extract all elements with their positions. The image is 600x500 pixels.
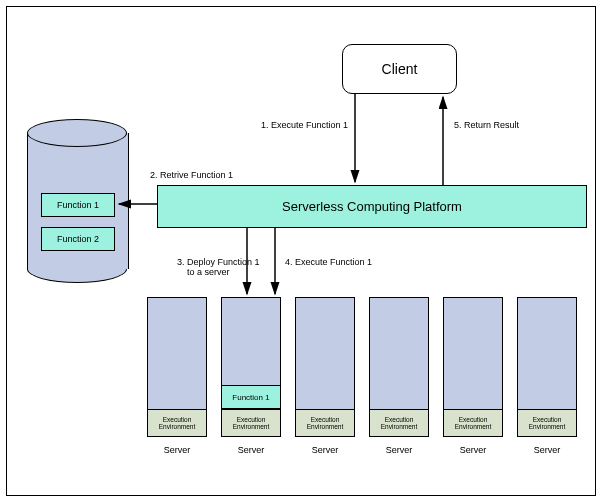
server-label: Server: [517, 445, 577, 455]
server-label: Server: [221, 445, 281, 455]
db-function-2: Function 2: [41, 227, 115, 251]
arrow-label-1: 1. Execute Function 1: [261, 120, 348, 130]
arrow-label-5: 5. Return Result: [454, 120, 519, 130]
servers-row: Execution EnvironmentServerExecution Env…: [147, 297, 597, 477]
server-box: Execution Environment: [369, 297, 429, 437]
db-function-2-label: Function 2: [57, 234, 99, 244]
cylinder-top: [27, 119, 127, 147]
platform-label: Serverless Computing Platform: [282, 199, 462, 214]
db-function-1: Function 1: [41, 193, 115, 217]
client-label: Client: [382, 61, 418, 77]
client-box: Client: [342, 44, 457, 94]
execution-environment: Execution Environment: [295, 409, 355, 437]
server-label: Server: [147, 445, 207, 455]
server-box: Execution Environment: [147, 297, 207, 437]
execution-environment: Execution Environment: [517, 409, 577, 437]
arrow-label-3: 3. Deploy Function 1 to a server: [177, 257, 260, 277]
server-box: Execution Environment: [517, 297, 577, 437]
server-box: Execution Environment: [443, 297, 503, 437]
execution-environment: Execution Environment: [443, 409, 503, 437]
server-label: Server: [295, 445, 355, 455]
server-label: Server: [369, 445, 429, 455]
platform-box: Serverless Computing Platform: [157, 185, 587, 228]
execution-environment: Execution Environment: [147, 409, 207, 437]
execution-environment: Execution Environment: [369, 409, 429, 437]
server-label: Server: [443, 445, 503, 455]
diagram-frame: Client Serverless Computing Platform Fun…: [6, 6, 596, 496]
db-function-1-label: Function 1: [57, 200, 99, 210]
server-box: Execution EnvironmentFunction 1: [221, 297, 281, 437]
arrow-label-2: 2. Retrive Function 1: [150, 170, 233, 180]
arrow-label-4: 4. Execute Function 1: [285, 257, 372, 267]
execution-environment: Execution Environment: [221, 409, 281, 437]
server-box: Execution Environment: [295, 297, 355, 437]
server-function: Function 1: [221, 385, 281, 409]
